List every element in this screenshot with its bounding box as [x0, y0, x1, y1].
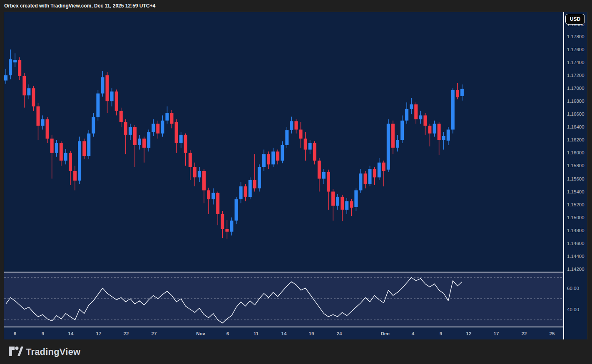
candle: [244, 184, 247, 201]
candle-body: [101, 77, 104, 94]
candle: [364, 171, 367, 188]
candle: [207, 188, 210, 214]
time-axis-label: 19: [309, 331, 314, 336]
time-axis-label: 25: [550, 331, 555, 336]
candle: [285, 127, 289, 148]
candle-body: [179, 135, 183, 143]
candle-body: [13, 60, 17, 62]
candle-body: [350, 201, 353, 208]
candle: [299, 122, 303, 148]
rsi-pane[interactable]: [4, 272, 563, 327]
candle: [322, 169, 326, 184]
candle: [152, 119, 155, 136]
candle: [262, 150, 266, 171]
candlestick-pane[interactable]: [4, 12, 563, 272]
time-axis[interactable]: 6914172227Nov611141924Dec4912172225: [4, 327, 563, 339]
candle-body: [405, 109, 408, 121]
pane-separator-bottom[interactable]: [4, 327, 587, 327]
candle-body: [55, 143, 58, 153]
price-axis-label: 1.15200: [567, 202, 585, 207]
footer: TradingView: [0, 339, 592, 364]
rsi-axis-label: 40.00: [567, 307, 579, 312]
candle: [281, 141, 284, 163]
candle-body: [193, 167, 197, 178]
candle-body: [428, 126, 431, 134]
candle-body: [27, 88, 30, 95]
candle-body: [313, 143, 316, 161]
candle: [115, 89, 118, 115]
candle-body: [216, 193, 219, 214]
candle-body: [207, 190, 210, 199]
candle-body: [442, 136, 445, 140]
candle: [69, 151, 72, 185]
candle-body: [46, 119, 49, 139]
candle-body: [267, 154, 270, 165]
candle: [161, 115, 164, 136]
candle: [327, 170, 330, 210]
candle: [156, 121, 159, 139]
candle: [129, 124, 132, 140]
candle: [96, 90, 99, 121]
candle-body: [175, 122, 178, 143]
candle-body: [119, 111, 123, 122]
candle: [378, 158, 381, 180]
candle-body: [230, 220, 233, 231]
candle-body: [262, 154, 266, 167]
candle: [216, 192, 219, 225]
candle: [73, 166, 77, 190]
candle-body: [281, 145, 284, 161]
time-axis-label: 17: [96, 331, 102, 336]
time-axis-label: 22: [124, 331, 129, 336]
candle-body: [73, 171, 77, 181]
candle: [345, 198, 348, 214]
price-axis-label: 1.14800: [567, 228, 585, 233]
candle-body: [271, 151, 275, 164]
candle-body: [189, 153, 192, 167]
candle: [133, 125, 137, 167]
currency-button[interactable]: USD: [565, 14, 585, 25]
candle: [235, 197, 238, 224]
tradingview-logo-icon[interactable]: [8, 345, 23, 358]
candle: [451, 88, 455, 134]
candle: [82, 139, 86, 159]
candle: [410, 98, 413, 114]
candle-body: [414, 104, 418, 119]
candle: [124, 119, 127, 154]
candle-body: [318, 161, 321, 179]
time-axis-label: 14: [68, 331, 74, 336]
candle-body: [341, 197, 344, 210]
price-axis-label: 1.17400: [567, 60, 585, 65]
candle-body: [451, 90, 455, 130]
rsi-axis-label: 60.00: [567, 286, 579, 291]
candle: [428, 124, 431, 146]
candle: [9, 50, 12, 79]
candle: [193, 163, 197, 186]
candle: [46, 117, 49, 143]
candle-body: [336, 197, 339, 206]
time-axis-label: 6: [14, 331, 16, 336]
candle: [184, 134, 187, 166]
candle-body: [419, 115, 422, 119]
pane-separator-top[interactable]: [4, 272, 587, 272]
candle: [101, 71, 104, 97]
price-axis-label: 1.17800: [567, 34, 585, 39]
candle: [225, 220, 229, 239]
candle: [387, 119, 390, 172]
candle: [4, 69, 7, 84]
candle-body: [106, 75, 109, 101]
price-axis-label: 1.16400: [567, 124, 585, 129]
candle: [318, 158, 321, 192]
candle: [138, 135, 141, 150]
candle: [359, 169, 362, 193]
candle: [147, 130, 150, 152]
candle: [37, 103, 40, 140]
candle-body: [364, 173, 367, 184]
candle-body: [258, 167, 261, 188]
candle: [423, 113, 427, 135]
candle-body: [9, 59, 12, 75]
candle-body: [460, 89, 464, 96]
price-axis[interactable]: 1.18000 USD 1.178001.176001.174001.17200…: [564, 12, 587, 339]
candle-body: [322, 172, 326, 179]
candle: [308, 140, 312, 154]
tradingview-brand[interactable]: TradingView: [26, 347, 80, 357]
